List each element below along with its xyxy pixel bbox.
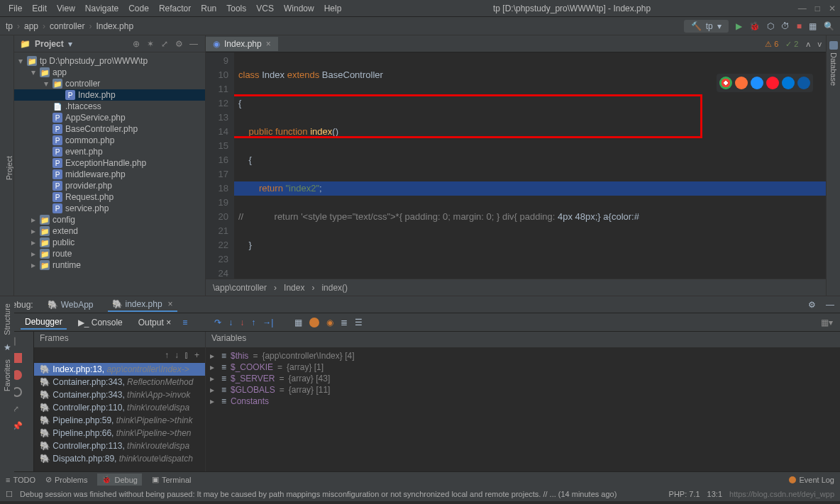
variable-row[interactable]: ▸≡ $_COOKIE = {array} [1] [210,362,836,373]
minimize-icon[interactable]: — [798,4,807,13]
variable-row[interactable]: ▸≡ Constants [210,396,836,407]
favorites-tool-button[interactable]: Favorites [3,359,11,391]
menu-view[interactable]: View [52,2,79,15]
crumb-part[interactable]: index() [321,283,348,293]
breadcrumb-part[interactable]: tp [6,21,13,31]
breadcrumb-part[interactable]: controller [50,21,84,31]
debug-button[interactable]: 🐞 Debug [97,474,141,486]
ok-badge[interactable]: ✓ 2 [785,40,798,49]
database-tool-button[interactable]: Database [829,52,838,86]
tree-node[interactable]: PAppService.php [14,112,205,123]
tree-node[interactable]: Pmiddleware.php [14,169,205,180]
stop-icon[interactable]: ■ [797,21,802,31]
tree-node[interactable]: PRequest.php [14,191,205,203]
frame-item[interactable]: 🐘 Container.php:343, think\App->invok [34,388,205,401]
next-frame-icon[interactable]: ↓ [175,350,179,360]
add-icon[interactable]: + [194,350,199,360]
frame-item[interactable]: 🐘 Pipeline.php:66, think\Pipeline->then [34,427,205,439]
problems-button[interactable]: ⊘ Problems [45,475,87,484]
debugger-tab[interactable]: Debugger [21,315,67,330]
warnings-badge[interactable]: ⚠ 6 [765,40,778,49]
tree-node[interactable]: ▸📁extend [14,225,205,237]
variable-row[interactable]: ▸≡ $this = {app\controller\Index} [4] [210,350,836,362]
crumb-part[interactable]: \app\controller [213,283,267,293]
locate-icon[interactable]: ⊕ [133,39,143,49]
frame-item[interactable]: 🐘 Dispatch.php:89, think\route\dispatch [34,452,205,465]
event-log-button[interactable]: Event Log [789,476,834,484]
chevron-down-icon[interactable]: ▾ [68,39,72,49]
tree-node[interactable]: PIndex.php [14,89,205,101]
variable-row[interactable]: ▸≡ $_SERVER = {array} [43] [210,373,836,384]
console-tab[interactable]: ▶_ Console [74,316,127,329]
php-version[interactable]: PHP: 7.1 [669,490,700,498]
menu-file[interactable]: File [4,2,26,15]
tree-node[interactable]: ▸📁route [14,248,205,259]
menu-navigate[interactable]: Navigate [81,2,123,15]
close-icon[interactable]: × [168,299,173,309]
edge-icon[interactable] [797,77,810,89]
tree-node[interactable]: ▾📁tp D:\phpstudy_pro\WWW\tp [14,55,205,67]
code-area[interactable]: 9101112131415161718192021222324 class In… [206,52,826,279]
threads-icon[interactable]: ≡ [182,318,187,327]
tree-node[interactable]: PExceptionHandle.php [14,157,205,169]
variable-row[interactable]: ▸≡ $GLOBALS = {array} [11] [210,384,836,396]
layout-icon[interactable]: ▦▾ [821,318,833,327]
step-over-icon[interactable]: ↷ [214,318,221,327]
debug-tab-indexphp[interactable]: 🐘index.php× [108,298,177,312]
editor-tab[interactable]: ◉ Index.php × [206,37,278,51]
tree-node[interactable]: Pevent.php [14,146,205,157]
run-config-selector[interactable]: 🔨 tp ▾ [684,20,729,33]
frame-item[interactable]: 🐘 Controller.php:110, think\route\dispa [34,401,205,414]
tree-node[interactable]: ▸📁config [14,214,205,225]
step-into-icon[interactable]: ↓ [228,318,233,327]
frame-item[interactable]: 🐘 Index.php:13, app\controller\Index-> [34,363,205,376]
search-icon[interactable]: 🔍 [824,21,834,31]
safari-icon[interactable] [751,77,763,89]
close-tab-icon[interactable]: × [266,39,271,49]
expand-icon[interactable]: ✶ [147,39,157,49]
menu-tools[interactable]: Tools [222,2,250,15]
debug-tab-webapp[interactable]: 🐘WebApp [43,298,98,311]
mute-breakpoints-icon[interactable]: ◉ [326,318,333,327]
database-icon[interactable] [829,41,838,50]
close-icon[interactable]: ✕ [829,4,836,13]
menu-window[interactable]: Window [280,2,319,15]
menu-edit[interactable]: Edit [28,2,51,15]
chevron-up-icon[interactable]: ʌ [806,40,811,49]
hide-icon[interactable]: — [826,300,834,310]
tree-node[interactable]: Pcommon.php [14,135,205,146]
run-to-cursor-icon[interactable]: →| [262,318,273,327]
breadcrumb-part[interactable]: Index.php [96,21,133,31]
chrome-icon[interactable] [719,77,732,89]
menu-run[interactable]: Run [197,2,221,15]
structure-tool-button[interactable]: Structure [3,303,11,335]
project-tool-button[interactable]: Project [5,153,13,183]
tree-node[interactable]: Pprovider.php [14,180,205,191]
menu-code[interactable]: Code [124,2,153,15]
crumb-part[interactable]: Index [284,283,304,293]
chevron-down-icon[interactable]: v [818,40,822,48]
menu-help[interactable]: Help [320,2,346,15]
todo-button[interactable]: ≡ TODO [6,476,35,484]
cursor-position[interactable]: 13:1 [707,490,722,498]
ie-icon[interactable] [782,77,795,89]
force-step-into-icon[interactable]: ↓ [240,318,244,327]
coverage-icon[interactable]: ⬡ [767,21,774,31]
tree-node[interactable]: ▸📁public [14,237,205,248]
frame-item[interactable]: 🐘 Controller.php:113, think\route\dispa [34,439,205,452]
maximize-icon[interactable]: □ [815,4,820,13]
gear-icon[interactable]: ⚙ [175,39,185,49]
collapse-icon[interactable]: ⤢ [161,39,171,49]
evaluate-icon[interactable]: ▦ [294,318,302,327]
hide-icon[interactable]: — [189,39,199,49]
run-icon[interactable]: ▶ [736,21,742,31]
frame-item[interactable]: 🐘 Pipeline.php:59, think\Pipeline->think [34,414,205,427]
prev-frame-icon[interactable]: ↑ [165,350,169,360]
menu-vcs[interactable]: VCS [252,2,278,15]
filter-icon[interactable]: ⫿ [184,350,189,360]
tree-node[interactable]: PBaseController.php [14,123,205,135]
terminal-button[interactable]: ▣ Terminal [152,475,192,484]
step-out-icon[interactable]: ↑ [251,318,255,327]
close-icon[interactable]: × [166,318,171,327]
frame-item[interactable]: 🐘 Container.php:343, ReflectionMethod [34,376,205,388]
